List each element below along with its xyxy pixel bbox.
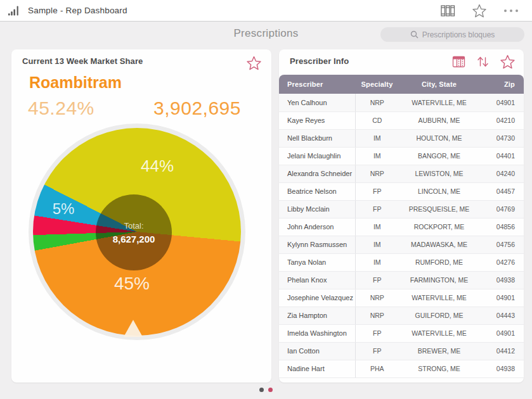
table-cell-city: WATERVILLE, ME (399, 94, 479, 111)
table-cell-spec: CD (355, 111, 399, 129)
table-cell-zip: 04443 (479, 307, 524, 324)
table-row[interactable]: Josephine VelazquezNRPWATERVILLE, ME0490… (279, 289, 524, 307)
table-cell-city: AUBURN, ME (399, 111, 479, 129)
library-icon[interactable] (440, 4, 456, 17)
table-cell-spec: NRP (355, 165, 399, 182)
search-placeholder: Prescriptions bloques (422, 30, 495, 39)
table-row[interactable]: Yen CalhounNRPWATERVILLE, ME04901 (279, 94, 524, 111)
sort-icon[interactable] (476, 55, 490, 68)
table-header-row: Prescriber Specialty City, State Zip (279, 75, 524, 94)
table-cell-city: LEWISTON, ME (399, 165, 479, 182)
column-header-prescriber[interactable]: Prescriber (279, 75, 355, 94)
table-cell-zip: 04457 (479, 182, 524, 200)
table-cell-zip: 04756 (479, 236, 524, 253)
table-view-icon[interactable] (452, 56, 465, 68)
page-header: Prescriptions Prescriptions bloques (0, 22, 532, 45)
market-share-title: Current 13 Week Market Share (22, 56, 143, 66)
table-row[interactable]: Beatrice NelsonFPLINCOLN, ME04457 (279, 182, 524, 200)
column-header-city-state[interactable]: City, State (399, 75, 479, 94)
table-cell-spec: FP (355, 324, 399, 342)
pie-label-blue: 5% (53, 200, 75, 218)
table-cell-zip: 04412 (479, 342, 524, 360)
table-cell-city: ROCKPORT, ME (399, 218, 479, 236)
table-cell-zip: 04901 (479, 324, 524, 342)
table-cell-zip: 04240 (479, 165, 524, 182)
table-cell-city: PRESQUEISLE, ME (399, 200, 479, 218)
table-row[interactable]: Tanya NolanIMRUMFORD, ME04276 (279, 253, 524, 271)
table-cell-name: Jelani Mclaughlin (279, 147, 355, 165)
table-cell-city: RUMFORD, ME (399, 253, 479, 271)
pie-total-overlay: Total: 8,627,200 (96, 194, 172, 270)
table-cell-city: LINCOLN, ME (399, 182, 479, 200)
table-cell-city: STRONG, ME (399, 360, 479, 377)
table-cell-spec: IM (355, 129, 399, 147)
table-cell-name: Phelan Knox (279, 271, 355, 289)
table-cell-name: Beatrice Nelson (279, 182, 355, 200)
table-cell-city: HOULTON, ME (399, 129, 479, 147)
table-cell-city: MADAWASKA, ME (399, 236, 479, 253)
table-cell-name: Alexandra Schneider (279, 165, 355, 182)
prescription-volume: 3,902,695 (153, 98, 241, 119)
column-header-zip[interactable]: Zip (479, 75, 524, 94)
page-dot[interactable] (259, 388, 264, 392)
table-cell-spec: IM (355, 253, 399, 271)
table-cell-name: Zia Hampton (279, 307, 355, 324)
more-options-icon[interactable] (503, 8, 519, 13)
page-indicator (0, 388, 532, 392)
app-logo-bars-icon (8, 5, 22, 16)
table-cell-spec: FP (355, 342, 399, 360)
table-row[interactable]: Ian CottonFPBREWER, ME04412 (279, 342, 524, 360)
table-cell-city: BREWER, ME (399, 342, 479, 360)
table-row[interactable]: Kaye ReyesCDAUBURN, ME04210 (279, 111, 524, 129)
pie-total-value: 8,627,200 (113, 234, 155, 244)
card-favorite-star-icon[interactable] (500, 54, 515, 69)
table-cell-city: BANGOR, ME (399, 147, 479, 165)
prescriber-rows: Yen CalhounNRPWATERVILLE, ME04901Kaye Re… (279, 94, 524, 377)
table-cell-name: Libby Mcclain (279, 200, 355, 218)
table-cell-zip: 04901 (479, 94, 524, 111)
page-dot-active[interactable] (268, 388, 273, 392)
table-row[interactable]: Imelda WashingtonFPWATERVILLE, ME04901 (279, 324, 524, 342)
table-cell-name: Josephine Velazquez (279, 289, 355, 307)
table-row[interactable]: Alexandra SchneiderNRPLEWISTON, ME04240 (279, 165, 524, 182)
table-row[interactable]: Phelan KnoxFPFARMINGTON, ME04938 (279, 271, 524, 289)
table-row[interactable]: John AndersonIMROCKPORT, ME04856 (279, 218, 524, 236)
table-row[interactable]: Nadine HartPHASTRONG, ME04938 (279, 360, 524, 377)
table-cell-spec: NRP (355, 289, 399, 307)
table-cell-zip: 04938 (479, 271, 524, 289)
table-row[interactable]: Libby McclainFPPRESQUEISLE, ME04769 (279, 200, 524, 218)
market-share-pie-chart[interactable]: 44% 5% 45% Total: 8,627,200 (29, 124, 245, 340)
table-cell-zip: 04401 (479, 147, 524, 165)
table-cell-name: Ian Cotton (279, 342, 355, 360)
top-bar: Sample - Rep Dashboard (0, 0, 532, 22)
pie-total-label: Total: (124, 221, 143, 231)
table-cell-name: Kaye Reyes (279, 111, 355, 129)
market-share-percent: 45.24% (28, 98, 94, 119)
table-row[interactable]: Nell BlackburnIMHOULTON, ME04730 (279, 129, 524, 147)
table-cell-name: Imelda Washington (279, 324, 355, 342)
table-cell-name: Nadine Hart (279, 360, 355, 377)
pie-label-orange: 45% (114, 274, 150, 294)
table-cell-name: Tanya Nolan (279, 253, 355, 271)
column-header-specialty[interactable]: Specialty (355, 75, 399, 94)
table-row[interactable]: Jelani MclaughlinIMBANGOR, ME04401 (279, 147, 524, 165)
table-row[interactable]: Zia HamptonNRPGUILFORD, ME04443 (279, 307, 524, 324)
table-cell-spec: NRP (355, 307, 399, 324)
table-cell-spec: FP (355, 271, 399, 289)
table-cell-spec: FP (355, 200, 399, 218)
table-cell-spec: IM (355, 218, 399, 236)
pie-label-yellow: 44% (141, 156, 174, 176)
table-cell-city: GUILFORD, ME (399, 307, 479, 324)
product-name: Roambitram (29, 73, 122, 92)
table-row[interactable]: Kylynn RasmussenIMMADAWASKA, ME04756 (279, 236, 524, 253)
table-cell-zip: 04730 (479, 129, 524, 147)
search-input[interactable]: Prescriptions bloques (380, 27, 524, 42)
window-title: Sample - Rep Dashboard (28, 6, 127, 15)
table-cell-name: Kylynn Rasmussen (279, 236, 355, 253)
favorite-star-icon[interactable] (472, 4, 486, 18)
table-cell-zip: 04856 (479, 218, 524, 236)
prescriber-info-card: Prescriber Info Prescriber (279, 49, 524, 383)
card-favorite-star-icon[interactable] (247, 56, 261, 70)
table-cell-name: John Anderson (279, 218, 355, 236)
market-share-card: Current 13 Week Market Share Roambitram … (11, 49, 271, 383)
